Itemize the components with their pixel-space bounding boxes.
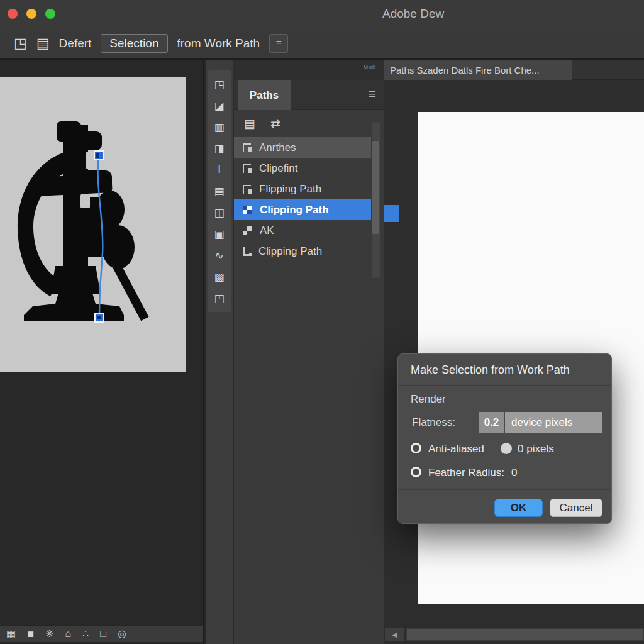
make-selection-dialog: Make Selection from Work Path Render Fla… — [397, 353, 612, 524]
stacked-copies-icon[interactable]: ▤ — [36, 36, 50, 50]
anti-aliased-label: Anti-aliased — [428, 443, 484, 455]
path-item-anrthes[interactable]: Anrthes — [234, 137, 371, 158]
tab-paths[interactable]: Paths — [238, 80, 291, 110]
path-item-clipping-path-selected[interactable]: Clipping Path — [234, 199, 371, 220]
panel-scrollbar[interactable] — [372, 123, 380, 278]
panel-scrollbar-thumb[interactable] — [372, 141, 379, 234]
monitor-image-tool-icon[interactable]: ▥ — [208, 116, 231, 138]
minimize-button[interactable] — [26, 9, 36, 19]
window-controls — [8, 9, 55, 19]
filled-swatch-icon[interactable]: ■ — [27, 628, 34, 640]
document-tab[interactable]: Paths Szaden Datls Fire Bort Che... — [384, 60, 572, 80]
panel-actions: ▤ ⇄ — [234, 110, 384, 137]
path-item-label: Clipefint — [259, 162, 297, 175]
close-button[interactable] — [8, 9, 18, 19]
path-thumbnail-icon — [243, 143, 251, 152]
ok-button[interactable]: OK — [494, 499, 543, 517]
document-tab-bar: Paths Szaden Datls Fire Bort Che... — [384, 60, 644, 80]
dialog-title: Make Selection from Work Path — [398, 354, 611, 386]
defert-label: Defert — [59, 36, 92, 50]
path-item-label: Flipping Path — [259, 183, 321, 196]
curve-pen-tool-icon[interactable]: ∿ — [208, 245, 231, 266]
left-document-window: ▦ ■ ※ ⌂ ∴ □ ◎ — [0, 60, 204, 644]
swap-transform-icon[interactable]: ⇄ — [270, 116, 280, 131]
flatness-unit: device pixels — [505, 412, 602, 433]
panel-tab-row: Paths ≡ — [234, 80, 384, 110]
path-item-label: Clipping Path — [260, 204, 329, 216]
pixels-dot-icon[interactable] — [501, 443, 512, 454]
path-item-label: Anrthes — [259, 142, 296, 154]
path-item-ak[interactable]: AK — [234, 220, 371, 241]
panel-corner-text: Mull — [363, 64, 376, 70]
feather-radius-label: Feather Radius: — [428, 467, 504, 479]
feather-radius-value[interactable]: 0 — [511, 467, 517, 479]
horizontal-scrollbar-thumb[interactable] — [406, 628, 644, 641]
tool-strip: ◳ ◪ ▥ ◨ I ▤ ◫ ▣ ∿ ▩ ◰ — [208, 70, 231, 312]
pattern-grid-tool-icon[interactable]: ▩ — [208, 266, 231, 287]
duplicate-frames-tool-icon[interactable]: ◳ — [208, 74, 231, 95]
selection-highlight-fragment — [384, 205, 399, 222]
path-thumbnail-icon — [243, 185, 251, 194]
merge-shapes-tool-icon[interactable]: ◪ — [208, 95, 231, 116]
panel-menu-icon[interactable]: ≡ — [368, 86, 376, 103]
microscope-silhouette — [0, 77, 186, 372]
cancel-button[interactable]: Cancel — [550, 499, 602, 517]
from-work-path-label: from Work Path — [177, 36, 260, 50]
folder-settings-tool-icon[interactable]: ◰ — [208, 287, 231, 309]
timer-icon[interactable]: ◎ — [118, 629, 126, 639]
dialog-footer: OK Cancel — [398, 489, 611, 524]
display-tool-icon[interactable]: ▣ — [208, 223, 231, 245]
bucket-fill-tool-icon[interactable]: ◨ — [208, 138, 231, 159]
home-icon[interactable]: ⌂ — [65, 629, 71, 639]
path-list: Anrthes Clipefint Flipping Path Clipping… — [234, 137, 384, 262]
panel-top-strip: Mull — [234, 60, 384, 80]
checker-thumbnail-icon — [243, 226, 252, 235]
flatness-input[interactable]: 0.2 — [479, 412, 504, 433]
list-thumbnail-icon[interactable]: ▤ — [244, 116, 255, 131]
render-section-label: Render — [411, 393, 446, 406]
zoom-button[interactable] — [45, 9, 55, 19]
pixels-value: 0 pixels — [518, 443, 554, 455]
path-thumbnail-icon — [243, 164, 251, 173]
corner-path-icon — [243, 247, 250, 256]
left-canvas[interactable] — [0, 77, 186, 372]
checker-thumbnail-icon — [243, 206, 252, 214]
path-item-label: AK — [260, 225, 274, 237]
duplicate-frames-icon[interactable]: ◳ — [14, 36, 27, 50]
scroll-left-arrow-icon[interactable]: ◀ — [385, 628, 404, 641]
anti-aliased-radio[interactable] — [411, 443, 421, 453]
selection-dropdown[interactable]: Selection — [101, 34, 167, 53]
options-toolbar: ◳ ▤ Defert Selection from Work Path ≡ — [0, 28, 644, 60]
horizontal-scrollbar[interactable]: ◀ — [384, 628, 644, 641]
left-status-bar: ▦ ■ ※ ⌂ ∴ □ ◎ — [0, 625, 203, 642]
move-frame-tool-icon[interactable]: ◫ — [208, 202, 231, 223]
flatness-label: Flatness: — [412, 416, 455, 429]
empty-frame-icon[interactable]: □ — [100, 629, 106, 639]
grid-pattern-icon[interactable]: ▦ — [6, 629, 16, 639]
path-item-clipefint[interactable]: Clipefint — [234, 158, 371, 179]
right-document-window: Paths Szaden Datls Fire Bort Che... ◀ — [384, 60, 644, 644]
footprints-alt-icon[interactable]: ∴ — [82, 629, 89, 639]
window-title: Adobe Dew — [382, 7, 444, 21]
path-item-flipping-path[interactable]: Flipping Path — [234, 179, 371, 199]
panel-thumbnail-tool-icon[interactable]: ▤ — [208, 180, 231, 202]
paths-panel: Mull Paths ≡ ▤ ⇄ Anrthes Clipefint Flipp… — [234, 60, 384, 644]
tools-column: ◳ ◪ ▥ ◨ I ▤ ◫ ▣ ∿ ▩ ◰ — [204, 60, 234, 644]
feather-radius-radio[interactable] — [411, 467, 421, 477]
footprints-icon[interactable]: ※ — [45, 629, 53, 639]
title-bar: Adobe Dew — [0, 0, 644, 28]
type-tool-icon[interactable]: I — [208, 159, 231, 180]
path-item-clipping-path-2[interactable]: Clipping Path — [234, 241, 371, 262]
path-item-label: Clipping Path — [258, 245, 322, 258]
annotate-list-icon[interactable]: ≡ — [269, 34, 288, 53]
